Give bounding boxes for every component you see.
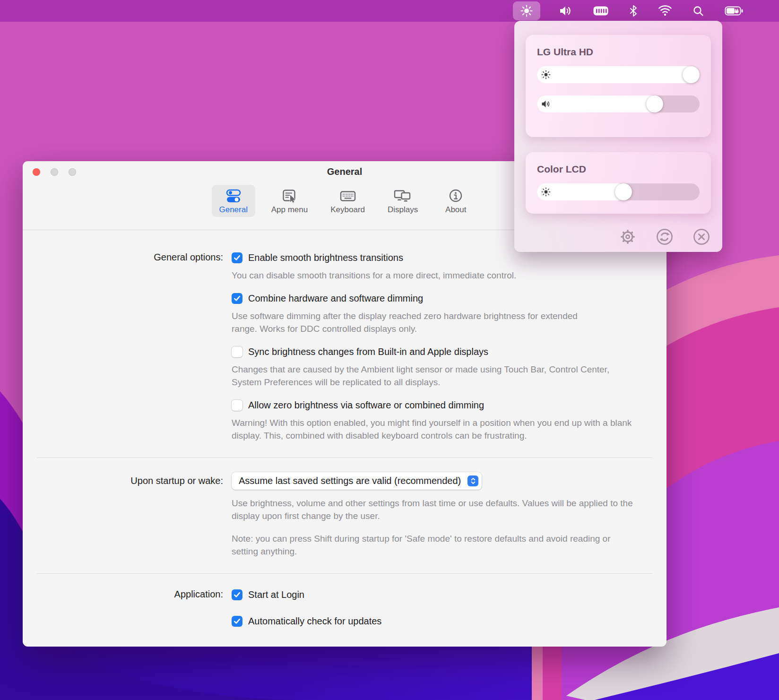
checkbox-auto-update[interactable]: Automatically check for updates	[232, 614, 666, 628]
menubar-bluetooth-item[interactable]	[628, 1, 639, 20]
brightness-icon	[520, 4, 533, 17]
app-menu-icon	[281, 189, 297, 204]
tab-label: About	[445, 205, 466, 215]
general-options-row: General options: Enable smooth brightnes…	[23, 251, 666, 452]
menubar-volume-item[interactable]	[558, 1, 574, 20]
displays-popover: LG Ultra HD	[514, 21, 722, 252]
checkbox-allow-zero-brightness[interactable]: Allow zero brightness via software or co…	[232, 398, 666, 412]
toggles-icon	[225, 189, 242, 204]
menubar-keyboard-brightness-item[interactable]	[591, 1, 610, 20]
tab-label: Keyboard	[330, 205, 365, 215]
slider-fill	[537, 95, 662, 112]
checkbox-unchecked-icon[interactable]	[232, 346, 242, 357]
tab-label: Displays	[388, 205, 418, 215]
section-divider	[37, 458, 652, 458]
keyboard-icon	[339, 189, 356, 204]
display-name: LG Ultra HD	[537, 46, 700, 58]
checkbox-smooth-transitions[interactable]: Enable smooth brightness transitions	[232, 251, 666, 264]
row-label: Upon startup or wake:	[23, 472, 223, 568]
menubar-battery-item[interactable]	[723, 1, 745, 20]
displays-icon	[393, 189, 412, 204]
option-description: You can disable smooth transitions for a…	[232, 269, 666, 282]
menubar-brightness-item[interactable]	[513, 1, 540, 20]
checkbox-label: Automatically check for updates	[248, 616, 381, 627]
checkbox-label: Enable smooth brightness transitions	[248, 252, 403, 263]
row-label: General options:	[23, 251, 223, 452]
option-description: Warning! With this option enabled, you m…	[232, 416, 647, 442]
tab-about[interactable]: About	[434, 185, 477, 217]
row-label: Application:	[23, 588, 223, 647]
checkbox-combine-dimming[interactable]: Combine hardware and software dimming	[232, 292, 666, 305]
checkbox-start-at-login[interactable]: Start at Login	[232, 588, 666, 601]
checkbox-checked-icon[interactable]	[232, 293, 242, 304]
slider-fill	[537, 66, 700, 83]
section-divider	[37, 573, 652, 574]
refresh-icon[interactable]	[656, 228, 673, 245]
tab-app-menu[interactable]: App menu	[265, 185, 315, 217]
checkbox-checked-icon[interactable]	[232, 589, 242, 600]
settings-gear-icon[interactable]	[619, 228, 636, 245]
slider-thumb[interactable]	[683, 66, 700, 83]
volume-slider[interactable]	[537, 95, 700, 112]
tab-general[interactable]: General	[212, 185, 255, 217]
checkbox-checked-icon[interactable]	[232, 616, 242, 627]
application-row: Application: Start at Login Automaticall…	[23, 588, 666, 647]
tab-displays[interactable]: Displays	[381, 185, 424, 217]
display-card-lg-ultra-hd: LG Ultra HD	[526, 35, 711, 137]
checkbox-label: Start at Login	[248, 589, 304, 600]
tab-keyboard[interactable]: Keyboard	[324, 185, 372, 217]
popover-actions	[619, 228, 710, 245]
settings-content: General options: Enable smooth brightnes…	[23, 230, 666, 647]
sun-icon	[541, 187, 551, 197]
speaker-icon	[541, 100, 551, 108]
brightness-slider[interactable]	[537, 183, 700, 200]
battery-charging-icon	[725, 5, 744, 17]
slider-thumb[interactable]	[615, 183, 632, 200]
bluetooth-icon	[629, 5, 638, 17]
menubar-search-item[interactable]	[691, 1, 706, 20]
startup-description: Use brightness, volume and other setting…	[232, 497, 638, 522]
startup-note: Note: you can press Shift during startup…	[232, 532, 631, 558]
display-name: Color LCD	[537, 164, 700, 175]
checkbox-label: Sync brightness changes from Built-in an…	[248, 346, 488, 357]
menu-bar	[0, 0, 779, 22]
startup-row: Upon startup or wake: Assume last saved …	[23, 472, 666, 568]
option-description: Changes that are caused by the Ambient l…	[232, 363, 639, 389]
keyboard-brightness-icon	[593, 5, 609, 17]
search-icon	[692, 5, 704, 17]
tab-label: General	[219, 205, 247, 215]
checkbox-unchecked-icon[interactable]	[232, 400, 242, 411]
wifi-icon	[658, 5, 672, 17]
info-icon	[448, 189, 463, 204]
selected-option: Assume last saved settings are valid (re…	[239, 475, 461, 486]
checkbox-label: Allow zero brightness via software or co…	[248, 400, 484, 411]
brightness-slider[interactable]	[537, 66, 700, 83]
display-card-color-lcd: Color LCD	[526, 152, 711, 214]
sun-icon	[541, 70, 551, 79]
slider-thumb[interactable]	[646, 95, 663, 112]
close-icon[interactable]	[693, 228, 710, 245]
checkbox-label: Combine hardware and software dimming	[248, 293, 423, 304]
checkbox-checked-icon[interactable]	[232, 252, 242, 263]
volume-icon	[559, 5, 572, 17]
option-description: Use software dimming after the display r…	[232, 310, 581, 335]
select-stepper-icon	[467, 475, 478, 486]
startup-mode-select[interactable]: Assume last saved settings are valid (re…	[232, 472, 482, 490]
menubar-wifi-item[interactable]	[657, 1, 674, 20]
tab-label: App menu	[271, 205, 308, 215]
checkbox-sync-brightness[interactable]: Sync brightness changes from Built-in an…	[232, 345, 666, 358]
